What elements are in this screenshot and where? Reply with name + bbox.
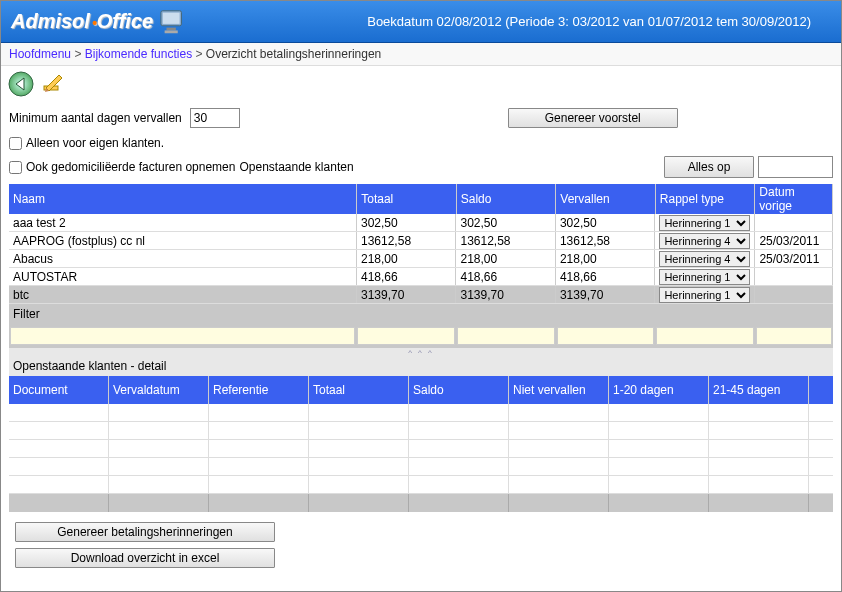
col-naam[interactable]: Naam — [9, 184, 357, 214]
logo: Admisol •Office — [11, 8, 189, 36]
table-row[interactable]: btc3139,703139,703139,70Herinnering 1 — [9, 286, 833, 304]
filter-datum[interactable] — [756, 327, 832, 345]
detail-row[interactable] — [9, 440, 833, 458]
cell-saldo: 13612,58 — [456, 232, 555, 249]
dcol-referentie[interactable]: Referentie — [209, 376, 309, 404]
cell-vervallen: 13612,58 — [556, 232, 655, 249]
app-header: Admisol •Office Boekdatum 02/08/2012 (Pe… — [1, 1, 841, 43]
dcol-niet-vervallen[interactable]: Niet vervallen — [509, 376, 609, 404]
col-saldo[interactable]: Saldo — [457, 184, 557, 214]
download-excel-button[interactable]: Download overzicht in excel — [15, 548, 275, 568]
cell-totaal: 13612,58 — [357, 232, 456, 249]
resize-handle-icon[interactable]: ^ ^ ^ — [9, 348, 833, 356]
header-date: Boekdatum 02/08/2012 (Periode 3: 03/2012… — [367, 14, 831, 29]
dcol-vervaldatum[interactable]: Vervaldatum — [109, 376, 209, 404]
cell-vervallen: 302,50 — [556, 214, 655, 231]
filter-row — [9, 324, 833, 348]
cell-datum — [755, 268, 833, 285]
detail-row[interactable] — [9, 404, 833, 422]
filter-naam[interactable] — [10, 327, 355, 345]
table-row[interactable]: AUTOSTAR418,66418,66418,66Herinnering 1 — [9, 268, 833, 286]
detail-footer — [9, 494, 833, 512]
genereer-voorstel-button[interactable]: Genereer voorstel — [508, 108, 678, 128]
genereer-herinneringen-button[interactable]: Genereer betalingsherinneringen — [15, 522, 275, 542]
cell-totaal: 418,66 — [357, 268, 456, 285]
table-row[interactable]: aaa test 2302,50302,50302,50Herinnering … — [9, 214, 833, 232]
table-row[interactable]: Abacus218,00218,00218,00Herinnering 425/… — [9, 250, 833, 268]
col-datum[interactable]: Datum vorige — [755, 184, 833, 214]
logo-text-a: Admisol — [11, 10, 90, 33]
filter-vervallen[interactable] — [557, 327, 655, 345]
cell-datum: 25/03/2011 — [755, 232, 833, 249]
edit-icon[interactable] — [39, 70, 67, 98]
dcol-1-20[interactable]: 1-20 dagen — [609, 376, 709, 404]
filter-saldo[interactable] — [457, 327, 555, 345]
svg-rect-3 — [165, 30, 178, 33]
detail-title: Openstaande klanten - detail — [9, 356, 833, 376]
col-vervallen[interactable]: Vervallen — [556, 184, 656, 214]
col-rappel[interactable]: Rappel type — [656, 184, 756, 214]
breadcrumb-hoofdmenu[interactable]: Hoofdmenu — [9, 47, 71, 61]
back-icon[interactable] — [7, 70, 35, 98]
alleen-eigen-label: Alleen voor eigen klanten. — [26, 136, 164, 150]
cell-saldo: 418,66 — [456, 268, 555, 285]
logo-text-b: Office — [97, 10, 153, 32]
cell-vervallen: 3139,70 — [556, 286, 655, 303]
filter-totaal[interactable] — [357, 327, 455, 345]
cell-saldo: 302,50 — [456, 214, 555, 231]
ook-gedomicilieerde-checkbox[interactable] — [9, 161, 22, 174]
detail-header: Document Vervaldatum Referentie Totaal S… — [9, 376, 833, 404]
col-totaal[interactable]: Totaal — [357, 184, 457, 214]
cell-datum: 25/03/2011 — [755, 250, 833, 267]
alleen-eigen-checkbox[interactable] — [9, 137, 22, 150]
breadcrumb-bijkomende[interactable]: Bijkomende functies — [85, 47, 192, 61]
detail-row[interactable] — [9, 422, 833, 440]
rappel-select[interactable]: Herinnering 1 — [659, 287, 750, 303]
cell-naam: btc — [9, 286, 357, 303]
cell-naam: aaa test 2 — [9, 214, 357, 231]
cell-naam: AAPROG (fostplus) cc nl — [9, 232, 357, 249]
detail-row[interactable] — [9, 476, 833, 494]
rappel-select[interactable]: Herinnering 4 — [659, 251, 750, 267]
alles-op-button[interactable]: Alles op — [664, 156, 754, 178]
grid-header: Naam Totaal Saldo Vervallen Rappel type … — [9, 184, 833, 214]
min-days-input[interactable] — [190, 108, 240, 128]
rappel-select[interactable]: Herinnering 4 — [659, 233, 750, 249]
cell-saldo: 3139,70 — [456, 286, 555, 303]
toolbar — [1, 66, 841, 102]
filter-label: Filter — [9, 304, 833, 324]
breadcrumb-current: Overzicht betalingsherinneringen — [206, 47, 381, 61]
filter-rappel[interactable] — [656, 327, 754, 345]
detail-body — [9, 404, 833, 494]
cell-totaal: 3139,70 — [357, 286, 456, 303]
alles-op-input[interactable] — [758, 156, 833, 178]
detail-row[interactable] — [9, 458, 833, 476]
cell-vervallen: 418,66 — [556, 268, 655, 285]
monitor-icon — [159, 8, 189, 36]
breadcrumb: Hoofdmenu > Bijkomende functies > Overzi… — [1, 43, 841, 66]
table-row[interactable]: AAPROG (fostplus) cc nl13612,5813612,581… — [9, 232, 833, 250]
cell-datum — [755, 214, 833, 231]
cell-totaal: 302,50 — [357, 214, 456, 231]
dcol-totaal[interactable]: Totaal — [309, 376, 409, 404]
cell-naam: AUTOSTAR — [9, 268, 357, 285]
cell-vervallen: 218,00 — [556, 250, 655, 267]
rappel-select[interactable]: Herinnering 1 — [659, 215, 750, 231]
rappel-select[interactable]: Herinnering 1 — [659, 269, 750, 285]
cell-saldo: 218,00 — [456, 250, 555, 267]
dcol-21-45[interactable]: 21-45 dagen — [709, 376, 809, 404]
openstaande-klanten-label: Openstaande klanten — [239, 160, 353, 174]
main-content: Minimum aantal dagen vervallen Genereer … — [1, 102, 841, 584]
svg-rect-2 — [167, 27, 176, 30]
dcol-saldo[interactable]: Saldo — [409, 376, 509, 404]
min-days-label: Minimum aantal dagen vervallen — [9, 111, 182, 125]
cell-naam: Abacus — [9, 250, 357, 267]
cell-datum — [755, 286, 833, 303]
dcol-document[interactable]: Document — [9, 376, 109, 404]
ook-gedomicilieerde-label: Ook gedomiciliëerde facturen opnemen — [26, 160, 235, 174]
grid-body: aaa test 2302,50302,50302,50Herinnering … — [9, 214, 833, 304]
svg-rect-1 — [163, 12, 180, 23]
cell-totaal: 218,00 — [357, 250, 456, 267]
